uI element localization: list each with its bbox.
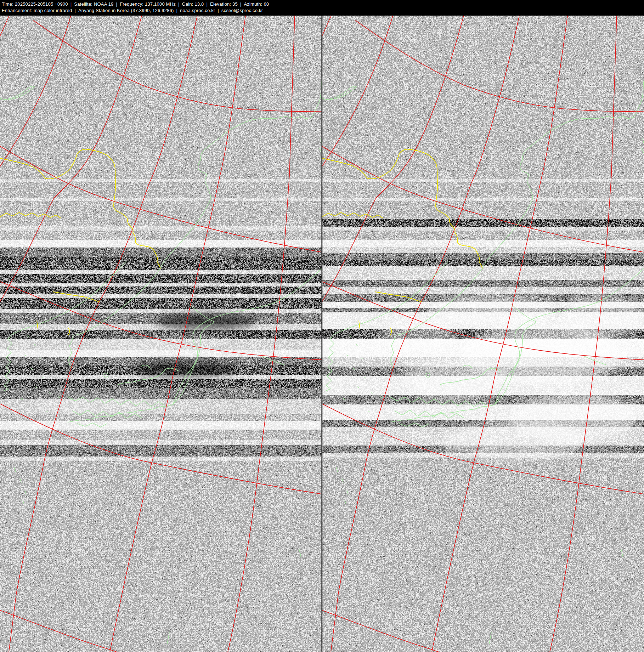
field-station: Anyang Station in Korea (37.3990, 126.92…: [78, 8, 174, 13]
separator: |: [176, 8, 178, 13]
separator: |: [218, 8, 219, 13]
field-frequency: Frequency: 137.1000 MHz: [120, 1, 176, 7]
telemetry-line-2: Enhancement: map color infrared|Anyang S…: [2, 8, 263, 13]
field-enhancement: Enhancement: map color infrared: [2, 8, 72, 13]
field-azimuth: Azimuth: 68: [244, 1, 269, 7]
separator: |: [74, 8, 76, 13]
field-elevation: Elevation: 35: [210, 1, 238, 7]
separator: |: [116, 1, 118, 7]
field-satellite: Satellite: NOAA 19: [74, 1, 113, 7]
apt-image: [0, 16, 644, 652]
telemetry-line-1: Time: 20250225-205105 +0900|Satellite: N…: [2, 1, 269, 7]
field-gain: Gain: 13.8: [182, 1, 204, 7]
field-time: Time: 20250225-205105 +0900: [2, 1, 68, 7]
separator: |: [240, 1, 242, 7]
satellite-image-canvas: [0, 16, 644, 652]
telemetry-header: Time: 20250225-205105 +0900|Satellite: N…: [0, 0, 644, 16]
separator: |: [207, 1, 208, 7]
separator: |: [178, 1, 180, 7]
channel-divider: [321, 16, 322, 652]
apt-decode-screen: Time: 20250225-205105 +0900|Satellite: N…: [0, 0, 644, 652]
field-website: noaa.sproc.co.kr: [180, 8, 215, 13]
separator: |: [70, 1, 72, 7]
field-email: scseol@sproc.co.kr: [221, 8, 263, 13]
